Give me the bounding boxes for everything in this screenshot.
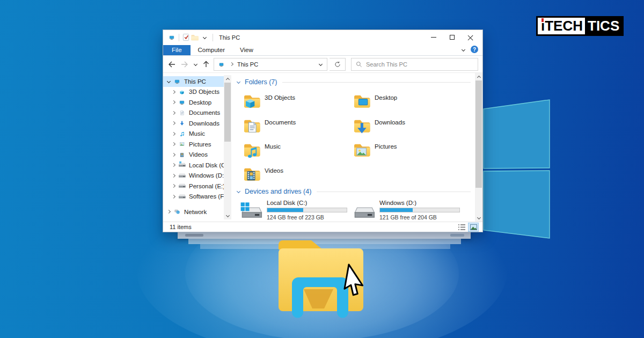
folder-item-3d-objects[interactable]: 3D Objects bbox=[243, 92, 350, 109]
sidebar-item-pictures[interactable]: Pictures bbox=[163, 139, 231, 150]
3d-objects-icon bbox=[178, 88, 186, 96]
status-bar: 11 items bbox=[163, 222, 482, 232]
close-button[interactable] bbox=[461, 31, 479, 44]
desktop-icon bbox=[178, 98, 186, 106]
chevron-right-icon[interactable] bbox=[170, 172, 177, 179]
chevron-right-icon[interactable] bbox=[170, 109, 177, 116]
drive-icon bbox=[178, 172, 186, 180]
sidebar-item-local-disk-c[interactable]: Local Disk (C:) bbox=[163, 160, 231, 171]
divider bbox=[317, 192, 471, 192]
chevron-right-icon[interactable] bbox=[170, 120, 177, 127]
capacity-bar bbox=[267, 208, 347, 212]
search-input[interactable]: Search This PC bbox=[351, 58, 478, 71]
window-title: This PC bbox=[219, 34, 240, 41]
recent-locations-chevron-icon[interactable] bbox=[192, 61, 199, 68]
folder-item-videos[interactable]: Videos bbox=[243, 165, 350, 182]
chevron-right-icon[interactable] bbox=[165, 209, 172, 215]
help-icon[interactable]: ? bbox=[471, 46, 478, 53]
customize-toolbar-chevron-icon[interactable] bbox=[201, 34, 208, 41]
tab-computer[interactable]: Computer bbox=[191, 45, 233, 55]
drive-icon bbox=[178, 193, 186, 201]
folder-item-documents[interactable]: Documents bbox=[243, 116, 350, 134]
properties-quick-icon[interactable] bbox=[182, 33, 191, 41]
address-bar[interactable]: This PC bbox=[214, 58, 327, 71]
downloads-icon bbox=[178, 119, 186, 127]
logo-i-dot bbox=[541, 18, 544, 22]
logo-letter-i: ı bbox=[541, 18, 545, 34]
sidebar-item-downloads[interactable]: Downloads bbox=[163, 118, 231, 129]
maximize-button[interactable] bbox=[443, 31, 461, 44]
sidebar-item-documents[interactable]: Documents bbox=[163, 108, 231, 119]
address-dropdown-chevron-icon[interactable] bbox=[317, 61, 324, 68]
this-pc-icon bbox=[217, 61, 225, 68]
tab-file[interactable]: File bbox=[163, 45, 191, 55]
sidebar-item-music[interactable]: Music bbox=[163, 129, 231, 139]
content-scrollbar[interactable] bbox=[475, 73, 482, 222]
minimize-ribbon-chevron-icon[interactable] bbox=[460, 46, 466, 53]
divider bbox=[282, 82, 471, 83]
chevron-right-icon[interactable] bbox=[170, 141, 177, 148]
large-icons-view-button[interactable] bbox=[469, 223, 478, 231]
chevron-right-icon[interactable] bbox=[170, 193, 177, 200]
sidebar-item-this-pc[interactable]: This PC bbox=[163, 76, 231, 87]
drive-c-icon bbox=[178, 161, 186, 169]
itechtics-logo: ı TECH TICS bbox=[536, 16, 624, 36]
breadcrumb-chevron-icon bbox=[228, 61, 235, 68]
group-header-devices[interactable]: Devices and drives (4) bbox=[236, 188, 471, 195]
windows-logo bbox=[480, 97, 555, 244]
collapse-chevron-icon[interactable] bbox=[236, 189, 241, 195]
file-explorer-icon[interactable] bbox=[268, 238, 386, 324]
scrollbar-thumb[interactable] bbox=[475, 80, 482, 188]
desktop-background: This PC File Computer View ? bbox=[0, 0, 644, 338]
sidebar-scrollbar[interactable] bbox=[224, 75, 231, 219]
title-bar[interactable]: This PC bbox=[163, 30, 482, 45]
divider bbox=[213, 34, 213, 41]
scrollbar-thumb[interactable] bbox=[224, 83, 231, 142]
refresh-button[interactable] bbox=[330, 58, 346, 71]
folder-item-music[interactable]: Music bbox=[243, 141, 350, 158]
drive-item-local-disk-c[interactable]: Local Disk (C:) 124 GB free of 223 GB bbox=[239, 200, 350, 221]
chevron-right-icon[interactable] bbox=[170, 130, 177, 137]
chevron-right-icon[interactable] bbox=[170, 99, 177, 106]
sidebar-item-videos[interactable]: Videos bbox=[163, 150, 231, 160]
sidebar-item-softwares-f[interactable]: Softwares (F:) bbox=[163, 192, 231, 202]
folder-item-desktop[interactable]: Desktop bbox=[353, 92, 460, 109]
sidebar-item-3d-objects[interactable]: 3D Objects bbox=[163, 87, 231, 98]
this-pc-icon bbox=[167, 33, 176, 41]
drive-item-windows-d[interactable]: Windows (D:) 121 GB free of 204 GB bbox=[352, 200, 463, 221]
back-button[interactable] bbox=[166, 59, 177, 70]
folder-item-pictures[interactable]: Pictures bbox=[353, 141, 460, 158]
minimize-button[interactable] bbox=[425, 31, 443, 44]
tab-view[interactable]: View bbox=[232, 45, 261, 55]
search-placeholder: Search This PC bbox=[366, 61, 407, 68]
scroll-up-icon[interactable] bbox=[224, 75, 231, 82]
chevron-right-icon[interactable] bbox=[170, 151, 177, 158]
folder-tab bbox=[279, 240, 323, 249]
collapse-chevron-icon[interactable] bbox=[236, 79, 241, 85]
items-view: Folders (7) 3D Objects Desktop Documents bbox=[231, 73, 482, 222]
sidebar-item-personal-e[interactable]: Personal (E:) bbox=[163, 181, 231, 192]
folder-item-downloads[interactable]: Downloads bbox=[353, 116, 460, 134]
group-header-folders[interactable]: Folders (7) bbox=[236, 78, 471, 86]
chevron-right-icon[interactable] bbox=[170, 89, 177, 95]
scroll-down-icon[interactable] bbox=[475, 215, 482, 222]
chevron-right-icon[interactable] bbox=[170, 183, 177, 189]
file-explorer-window: This PC File Computer View ? bbox=[163, 30, 483, 232]
chevron-right-icon[interactable] bbox=[170, 162, 177, 168]
music-icon bbox=[178, 130, 186, 138]
drive-icon bbox=[178, 182, 186, 190]
scroll-up-icon[interactable] bbox=[475, 73, 482, 80]
sidebar-item-windows-d[interactable]: Windows (D:) bbox=[163, 171, 231, 181]
sidebar-item-desktop[interactable]: Desktop bbox=[163, 97, 231, 108]
details-view-button[interactable] bbox=[457, 223, 466, 231]
pictures-icon bbox=[178, 140, 186, 148]
up-button[interactable] bbox=[201, 59, 211, 70]
new-folder-quick-icon[interactable] bbox=[191, 33, 199, 41]
videos-icon bbox=[178, 151, 186, 159]
forward-button[interactable] bbox=[179, 59, 190, 70]
sidebar-item-network[interactable]: Network bbox=[163, 207, 231, 217]
breadcrumb[interactable]: This PC bbox=[237, 61, 258, 68]
scroll-down-icon[interactable] bbox=[224, 212, 231, 219]
chevron-down-icon[interactable] bbox=[165, 78, 172, 85]
capacity-bar bbox=[379, 208, 460, 212]
